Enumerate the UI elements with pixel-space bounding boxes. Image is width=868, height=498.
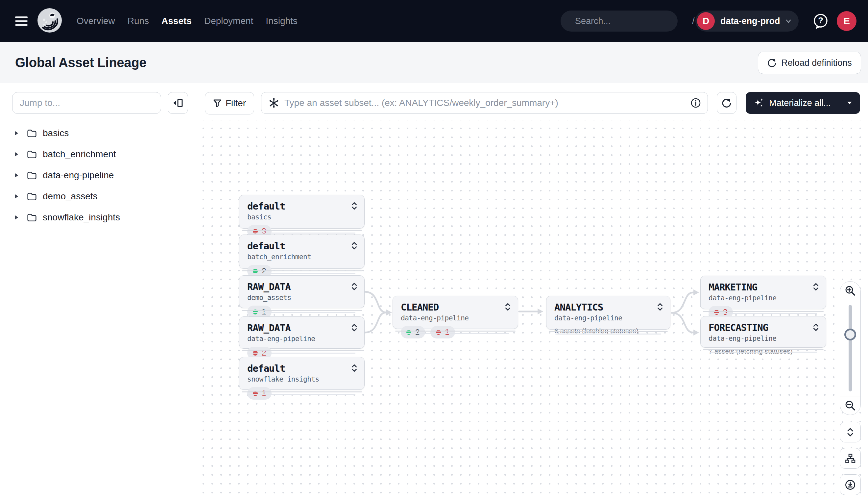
tree-caret-icon[interactable]: [14, 173, 19, 178]
filter-label: Filter: [226, 98, 246, 108]
sidebar-item-snowflake_insights[interactable]: snowflake_insights: [0, 207, 196, 228]
status-count: 1: [262, 307, 266, 316]
expand-group-icon[interactable]: [812, 323, 819, 333]
edge-analytics-to-forecasting: [672, 313, 693, 332]
expand-group-icon[interactable]: [351, 201, 358, 212]
group-code-location: data-eng-pipeline: [247, 335, 358, 343]
asset-group-node-batch-enrichment[interactable]: defaultbatch_enrichment2: [239, 235, 365, 269]
group-stack-line: [242, 230, 362, 231]
group-stack-line: [709, 313, 817, 314]
collapse-panel-icon: [172, 98, 184, 108]
folder-icon: [27, 150, 37, 159]
asset-groups-sidebar: basicsbatch_enrichmentdata-eng-pipelined…: [0, 120, 196, 498]
refresh-graph-button[interactable]: [717, 92, 736, 114]
user-avatar[interactable]: E: [837, 11, 856, 31]
download-icon: [845, 479, 856, 490]
expand-group-icon[interactable]: [812, 282, 819, 293]
tree-caret-icon[interactable]: [14, 215, 19, 220]
asset-group-node-forecasting[interactable]: FORECASTINGdata-eng-pipeline7 assets (fe…: [700, 316, 826, 348]
zoom-control: [840, 281, 861, 415]
tree-caret-icon[interactable]: [14, 194, 19, 199]
group-title: default: [247, 363, 285, 374]
expand-group-icon[interactable]: [351, 241, 358, 252]
group-title: MARKETING: [709, 281, 757, 293]
reload-definitions-button[interactable]: Reload definitions: [758, 52, 861, 74]
asset-subset-field[interactable]: [261, 92, 708, 114]
nav-link-deployment[interactable]: Deployment: [204, 16, 253, 26]
asset-group-node-basics[interactable]: defaultbasics3: [239, 195, 365, 228]
download-button[interactable]: [840, 474, 861, 495]
zoom-in-button[interactable]: [840, 281, 860, 300]
asset-group-node-analytics[interactable]: ANALYTICSdata-eng-pipeline6 assets (fetc…: [546, 296, 670, 330]
group-code-location: data-eng-pipeline: [401, 314, 511, 322]
nav-link-overview[interactable]: Overview: [77, 16, 115, 26]
search-input[interactable]: [574, 16, 692, 27]
zoom-slider-handle[interactable]: [844, 329, 856, 340]
tree-caret-icon[interactable]: [14, 152, 19, 157]
info-icon[interactable]: [691, 98, 701, 108]
zoom-out-button[interactable]: [840, 396, 860, 415]
zoom-slider-track[interactable]: [849, 305, 852, 391]
expand-collapse-icon: [846, 427, 855, 437]
zoom-out-icon: [845, 400, 856, 411]
group-title: RAW_DATA: [247, 322, 291, 333]
asset-group-node-raw-data-pipeline[interactable]: RAW_DATAdata-eng-pipeline2: [239, 316, 365, 349]
group-stack-line: [709, 352, 817, 353]
global-search[interactable]: /: [561, 11, 678, 31]
nav-link-insights[interactable]: Insights: [266, 16, 297, 26]
sidebar-item-basics[interactable]: basics: [0, 123, 196, 144]
group-stack-line: [549, 331, 668, 332]
status-count-badge-red: 1: [430, 326, 455, 339]
folder-icon: [27, 213, 37, 222]
tree-caret-icon[interactable]: [14, 131, 19, 136]
group-stack-line: [248, 273, 356, 274]
materialize-options-toggle[interactable]: [839, 92, 860, 114]
nav-link-runs[interactable]: Runs: [128, 16, 149, 26]
sidebar-item-label: snowflake_insights: [43, 212, 120, 223]
group-title: default: [247, 240, 285, 252]
sidebar-item-batch_enrichment[interactable]: batch_enrichment: [0, 144, 196, 165]
lineage-graph-canvas[interactable]: defaultbasics3defaultbatch_enrichment2RA…: [196, 120, 868, 498]
group-stack-line: [242, 271, 362, 271]
expand-group-icon[interactable]: [351, 282, 358, 292]
nav-link-assets[interactable]: Assets: [161, 16, 192, 26]
materialize-all-button[interactable]: Materialize all...: [746, 92, 860, 114]
group-stack-line: [703, 349, 824, 350]
sidebar-item-demo_assets[interactable]: demo_assets: [0, 186, 196, 207]
expand-group-icon[interactable]: [657, 302, 664, 313]
group-title: FORECASTING: [709, 322, 768, 333]
expand-group-icon[interactable]: [351, 364, 358, 374]
group-stack-line: [555, 333, 661, 335]
group-code-location: data-eng-pipeline: [554, 314, 664, 322]
controls-band: Filter Materialize all...: [0, 83, 868, 120]
sidebar-item-data-eng-pipeline[interactable]: data-eng-pipeline: [0, 165, 196, 186]
asset-subset-input[interactable]: [284, 97, 691, 108]
layout-tree-button[interactable]: [840, 448, 861, 469]
asset-group-node-marketing[interactable]: MARKETINGdata-eng-pipeline3: [700, 276, 826, 309]
group-code-location: demo_assets: [247, 294, 358, 302]
collapse-sidebar-button[interactable]: [168, 92, 188, 114]
sidebar-item-label: batch_enrichment: [43, 149, 116, 159]
expand-collapse-all-button[interactable]: [840, 422, 861, 442]
hamburger-menu-icon[interactable]: [15, 16, 28, 26]
deployment-switcher[interactable]: D data-eng-prod: [695, 11, 799, 31]
sidebar-item-label: demo_assets: [43, 191, 98, 202]
asset-group-node-cleaned[interactable]: CLEANEDdata-eng-pipeline21: [392, 296, 518, 329]
expand-group-icon[interactable]: [504, 302, 511, 313]
edge-raw-data-pipeline-to-cleaned: [365, 313, 386, 332]
asset-subset-icon: [269, 98, 279, 108]
jump-to-input[interactable]: [12, 92, 161, 114]
asset-group-node-snowflake-insights[interactable]: defaultsnowflake_insights1: [239, 357, 365, 390]
dagster-logo[interactable]: [37, 8, 63, 34]
asset-group-node-demo-assets[interactable]: RAW_DATAdemo_assets1: [239, 275, 365, 308]
filter-button[interactable]: Filter: [205, 92, 254, 115]
reload-icon: [767, 58, 777, 68]
materialize-all-main[interactable]: Materialize all...: [746, 92, 839, 114]
sidebar-item-label: basics: [43, 128, 69, 139]
reload-definitions-label: Reload definitions: [781, 58, 852, 68]
zoom-in-icon: [845, 285, 856, 296]
group-code-location: data-eng-pipeline: [709, 335, 819, 342]
expand-group-icon[interactable]: [351, 323, 358, 333]
help-icon[interactable]: ?: [812, 13, 829, 30]
group-code-location: basics: [247, 213, 358, 221]
